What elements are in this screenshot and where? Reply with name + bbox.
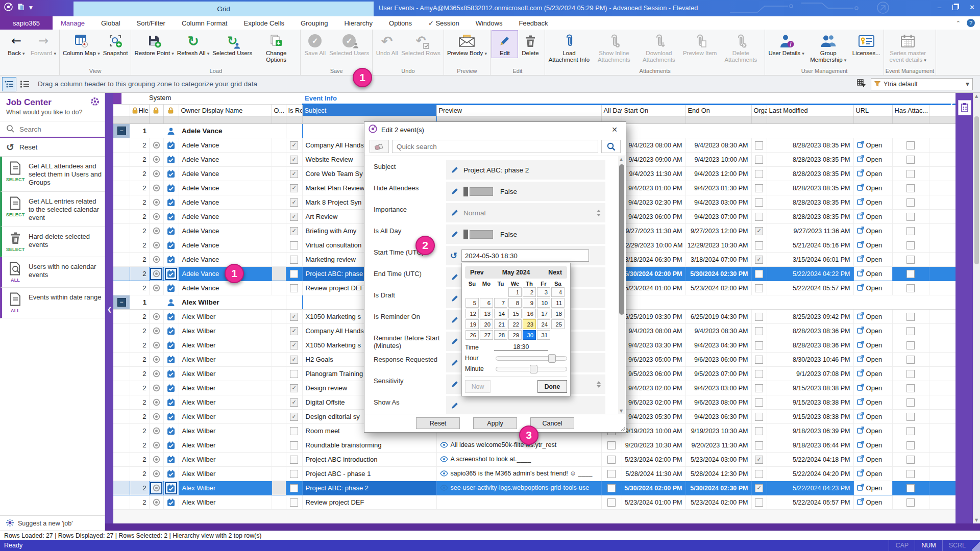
cell-event-type[interactable] — [163, 310, 179, 324]
cell-hierarchy[interactable]: 2 — [130, 367, 149, 381]
calendar-day[interactable]: 7 — [494, 298, 507, 308]
cell-owner[interactable]: Alex Wilber — [179, 353, 272, 367]
hierarchy-view-toggle[interactable] — [2, 77, 16, 91]
cell-organizer[interactable]: ✓ — [751, 253, 767, 267]
cell-event-type[interactable] — [163, 453, 179, 467]
minute-slider[interactable] — [496, 367, 567, 371]
checkbox[interactable] — [290, 456, 298, 464]
checkbox[interactable]: ✓ — [755, 256, 763, 264]
cell-is-recurring[interactable] — [286, 238, 302, 253]
cell-event-type[interactable] — [163, 224, 179, 238]
cell-organizer[interactable] — [751, 267, 767, 281]
open-link[interactable]: Open — [857, 441, 883, 449]
cell-event-type[interactable] — [163, 367, 179, 381]
cell-record[interactable] — [149, 324, 163, 338]
cell-start-on[interactable]: 5/23/2024 02:00 PM — [622, 453, 685, 467]
window-tab-grid[interactable]: Grid — [74, 2, 374, 16]
edit-field-icon[interactable] — [446, 316, 463, 324]
checkbox[interactable] — [755, 413, 763, 421]
cell-start-on[interactable]: 9/4/2023 11:30 AM — [622, 167, 685, 181]
cell-owner[interactable]: Adele Vance — [179, 153, 272, 167]
checkbox[interactable] — [755, 313, 763, 321]
checkbox[interactable] — [755, 341, 763, 349]
calendar-day[interactable]: 15 — [508, 309, 522, 318]
cell-event-type[interactable] — [163, 181, 179, 195]
cell-has-attachments[interactable] — [892, 167, 929, 181]
cell-subject[interactable]: Project ABC introduction — [302, 453, 436, 467]
table-row[interactable]: 2Alex WilberReview project DEF5/23/2024 … — [113, 495, 955, 510]
cancel-button[interactable]: Cancel — [530, 417, 574, 429]
cell-start-on[interactable]: 5/30/2024 02:00 PM — [622, 481, 685, 495]
checkbox[interactable] — [906, 156, 915, 164]
checkbox[interactable] — [290, 270, 298, 278]
flat-view-toggle[interactable] — [18, 78, 32, 91]
ribbon-preview-body-button[interactable]: Preview Body ▾ — [446, 31, 488, 58]
cell-has-attachments[interactable] — [892, 238, 929, 253]
column-header-organizer[interactable]: Organi... — [751, 105, 767, 116]
checkbox[interactable] — [906, 413, 915, 421]
job-search[interactable] — [0, 121, 105, 138]
checkbox[interactable] — [906, 384, 915, 392]
cell-end-on[interactable]: 5/30/2024 02:30 PM — [685, 267, 751, 281]
view-preset-combobox[interactable]: Ytria default ▼ — [871, 78, 973, 90]
ribbon-load-attachment-info-button[interactable]: Load Attachment Info — [547, 31, 592, 64]
cell-record[interactable] — [149, 395, 163, 410]
cell-owner[interactable]: Adele Vance — [179, 167, 272, 181]
gear-icon[interactable] — [90, 97, 100, 108]
cell-end-on[interactable]: 9/6/2023 08:00 PM — [685, 395, 751, 410]
cell-is-recurring[interactable]: ✓ — [286, 224, 302, 238]
cell-has-attachments[interactable] — [892, 195, 929, 210]
cell-all-day[interactable] — [601, 467, 622, 481]
cell-end-on[interactable]: 9/4/2023 08:30 AM — [685, 324, 751, 338]
cell-record[interactable] — [149, 167, 163, 181]
checkbox[interactable] — [290, 370, 298, 378]
cell-is-recurring[interactable] — [286, 367, 302, 381]
checkbox[interactable]: ✓ — [290, 341, 298, 349]
checkbox[interactable] — [290, 284, 298, 292]
calendar-day[interactable]: 12 — [465, 309, 479, 318]
cell-event-type[interactable] — [163, 138, 179, 153]
calendar-day[interactable]: 23 — [523, 319, 536, 329]
cell-preview[interactable]: A screenshot to look at.____ — [436, 453, 601, 467]
calendar-day[interactable]: 8 — [508, 298, 522, 308]
ribbon-snapshot-button[interactable]: Snapshot — [102, 31, 130, 58]
help-icon[interactable]: ? — [967, 19, 975, 27]
cell-owner[interactable]: Adele Vance — [179, 181, 272, 195]
collapse-ribbon-icon[interactable]: ⌃ — [956, 20, 961, 27]
cell-event-type[interactable] — [163, 438, 179, 453]
checkbox[interactable] — [906, 184, 915, 192]
cell-has-attachments[interactable] — [892, 267, 929, 281]
open-link[interactable]: Open — [857, 469, 883, 478]
checkbox[interactable] — [755, 327, 763, 335]
cell-organizer[interactable] — [751, 310, 767, 324]
done-button[interactable]: Done — [537, 380, 567, 393]
cell-owner[interactable]: Alex Wilber — [179, 338, 272, 353]
cell-end-on[interactable]: 5/23/2024 02:00 PM — [685, 495, 751, 510]
cell-end-on[interactable]: 9/19/2023 10:30 AM — [685, 424, 751, 438]
cell-organizer[interactable] — [751, 438, 767, 453]
next-month-button[interactable]: Next — [543, 269, 567, 276]
cell-record[interactable] — [149, 381, 163, 395]
cell-start-on[interactable]: 9/4/2023 05:30 PM — [622, 410, 685, 424]
checkbox[interactable] — [755, 356, 763, 364]
cell-has-attachments[interactable] — [892, 467, 929, 481]
cell-end-on[interactable]: 9/27/2023 12:00 PM — [685, 224, 751, 238]
column-header-owner[interactable]: Owner Display Name — [179, 105, 272, 116]
checkbox[interactable] — [290, 470, 298, 478]
cell-record[interactable] — [149, 467, 163, 481]
checkbox[interactable] — [906, 141, 915, 149]
checkbox[interactable]: ✓ — [290, 413, 298, 421]
cell-event-type[interactable] — [163, 281, 179, 295]
cell-record[interactable] — [149, 281, 163, 295]
checkbox[interactable]: ✓ — [290, 213, 298, 221]
resize-grip[interactable] — [972, 540, 980, 551]
calendar-day[interactable]: 13 — [480, 309, 493, 318]
checkbox[interactable] — [906, 441, 915, 449]
cell-hierarchy[interactable]: 2 — [130, 195, 149, 210]
cell-subject[interactable]: Review project DEF — [302, 495, 436, 510]
cell-owner[interactable]: Alex Wilber — [179, 424, 272, 438]
cell-hierarchy[interactable]: 2 — [130, 138, 149, 153]
cell-is-recurring[interactable]: ✓ — [286, 138, 302, 153]
checkbox[interactable] — [906, 456, 915, 464]
cell-last-modified[interactable]: 5/22/2024 04:18 PM — [767, 453, 853, 467]
